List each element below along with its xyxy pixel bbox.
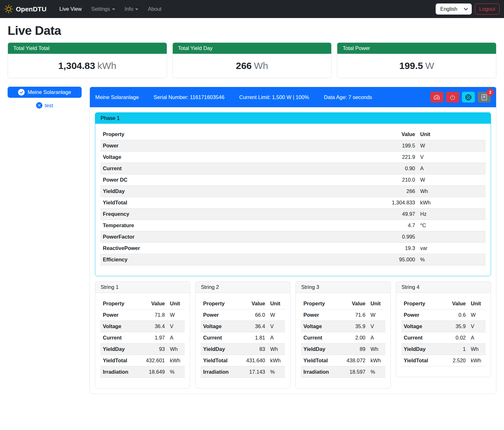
inverter-serial: Serial Number: 116171603546 <box>154 94 225 100</box>
value-cell: 71.6 <box>339 309 368 321</box>
inverter-name: Meine Solaranlage <box>95 94 139 100</box>
col-value: Value <box>290 129 418 140</box>
unit-cell: var <box>418 243 486 254</box>
value-cell: 1.97 <box>138 332 167 344</box>
value-cell: 432.601 <box>138 355 167 366</box>
value-cell: 35.9 <box>442 321 468 332</box>
property-cell: YieldTotal <box>100 355 138 366</box>
language-select[interactable]: English <box>436 3 471 15</box>
value-cell: 0.6 <box>442 309 468 321</box>
nav-item-live-view[interactable]: Live View <box>55 3 86 15</box>
logout-button[interactable]: Logout <box>475 3 500 15</box>
property-cell: YieldDay <box>301 344 339 355</box>
value-cell: 89 <box>339 344 368 355</box>
value-cell: 83 <box>238 344 268 355</box>
string-card: String 4PropertyValueUnitPower0.6WVoltag… <box>396 281 491 377</box>
inverter-test-link[interactable]: test <box>45 103 53 109</box>
table-row: YieldDay1Wh <box>401 344 486 355</box>
table-row: Voltage36.4V <box>201 321 285 332</box>
col-value: Value <box>138 298 167 309</box>
card-title: Total Yield Day <box>173 43 332 54</box>
table-row: Power66.0W <box>201 309 285 321</box>
value-cell: 2.00 <box>339 332 368 344</box>
property-cell: YieldDay <box>401 344 442 355</box>
table-row: Current0.02A <box>401 332 486 344</box>
nav-item-settings[interactable]: Settings <box>86 3 120 15</box>
unit-cell: % <box>418 254 486 265</box>
col-property: Property <box>201 298 238 309</box>
property-cell: Current <box>201 332 238 344</box>
property-cell: Current <box>100 163 290 174</box>
table-row: YieldDay266Wh <box>100 186 486 197</box>
card-value-row: 1,304.83kWh <box>8 54 167 78</box>
string-card-body: PropertyValueUnitPower0.6WVoltage35.9VCu… <box>396 293 491 377</box>
card-value: 199.5 <box>399 60 423 71</box>
string-card: String 3PropertyValueUnitPower71.6WVolta… <box>296 281 391 389</box>
table-row: Power0.6W <box>401 309 486 321</box>
nav-item-info[interactable]: Info <box>120 3 143 15</box>
unit-cell: V <box>268 321 285 332</box>
table-row: Current1.97A <box>100 332 185 344</box>
property-cell: Irradiation <box>301 366 339 378</box>
value-cell: 93 <box>138 344 167 355</box>
value-cell: 431.640 <box>238 355 268 366</box>
table-row: Power71.6W <box>301 309 385 321</box>
string-title: String 1 <box>95 282 190 293</box>
x-circle-icon[interactable] <box>36 102 42 109</box>
value-cell: 49.97 <box>290 209 418 220</box>
inverter-offline-item: test <box>8 102 82 109</box>
card-title: Total Power <box>337 43 496 54</box>
inverter-select-label: Meine Solaranlage <box>28 89 71 95</box>
property-cell: PowerFactor <box>100 231 290 243</box>
sun-icon <box>4 5 13 13</box>
inverter-select-button[interactable]: Meine Solaranlage <box>8 87 82 98</box>
table-header-row: PropertyValueUnit <box>401 298 486 309</box>
limit-settings-button[interactable] <box>430 92 443 103</box>
event-log-button[interactable]: 2 <box>478 92 491 103</box>
card-total-yield-day: Total Yield Day 266Wh <box>172 42 332 78</box>
value-cell: 210.0 <box>290 174 418 186</box>
value-cell: 1 <box>442 344 468 355</box>
table-header-row: Property Value Unit <box>100 129 486 140</box>
power-button[interactable] <box>446 92 459 103</box>
navbar-right: English Logout <box>436 3 500 15</box>
unit-cell: kWh <box>468 355 486 366</box>
table-row: YieldTotal2.520kWh <box>401 355 486 366</box>
string-table: PropertyValueUnitPower0.6WVoltage35.9VCu… <box>401 298 486 366</box>
card-value: 1,304.83 <box>58 60 95 71</box>
unit-cell: Wh <box>418 186 486 197</box>
property-cell: ReactivePower <box>100 243 290 254</box>
col-value: Value <box>339 298 368 309</box>
table-row: Voltage35.9V <box>401 321 486 332</box>
device-info-button[interactable] <box>462 92 475 103</box>
property-cell: Current <box>301 332 339 344</box>
property-cell: Voltage <box>201 321 238 332</box>
property-cell: YieldTotal <box>401 355 442 366</box>
col-unit: Unit <box>418 129 486 140</box>
property-cell: Power <box>201 309 238 321</box>
value-cell: 0.90 <box>290 163 418 174</box>
unit-cell: Wh <box>468 344 486 355</box>
phase-panel: Phase 1 Property Value Unit P <box>95 112 491 276</box>
col-value: Value <box>442 298 468 309</box>
unit-cell: Wh <box>268 344 285 355</box>
table-row: Irradiation18.597% <box>301 366 385 378</box>
col-unit: Unit <box>468 298 486 309</box>
property-cell: YieldTotal <box>201 355 238 366</box>
table-row: YieldTotal431.640kWh <box>201 355 285 366</box>
nav-item-about[interactable]: About <box>143 3 166 15</box>
unit-cell: % <box>268 366 285 378</box>
unit-cell: V <box>468 321 486 332</box>
card-value-row: 266Wh <box>173 54 332 78</box>
table-row: Power199.5W <box>100 140 486 152</box>
string-title: String 4 <box>396 282 491 293</box>
journal-text-icon <box>481 94 487 100</box>
unit-cell: A <box>468 332 486 344</box>
table-row: Current0.90A <box>100 163 486 174</box>
property-cell: Voltage <box>100 152 290 163</box>
property-cell: Power <box>401 309 442 321</box>
table-row: Irradiation18.649% <box>100 366 185 378</box>
property-cell: Power <box>100 140 290 152</box>
card-unit: W <box>425 60 434 71</box>
strings-row: String 1PropertyValueUnitPower71.8WVolta… <box>95 281 491 389</box>
